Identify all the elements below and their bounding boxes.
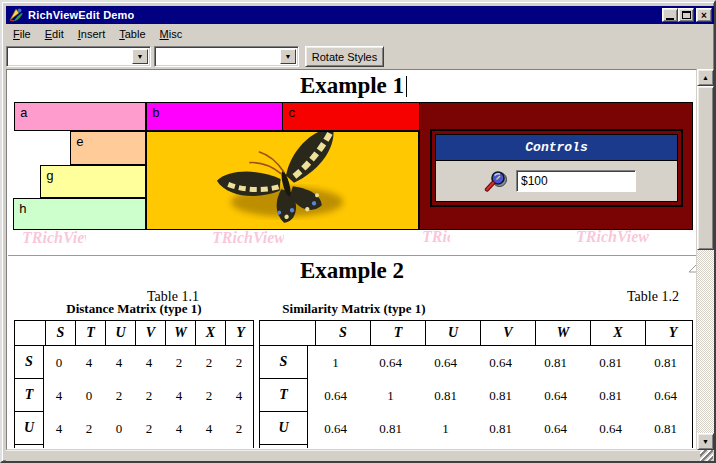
table-cell-c[interactable]: c <box>282 102 420 131</box>
col-header: S <box>315 321 370 345</box>
page-divider <box>8 255 696 257</box>
menu-insert[interactable]: Insert <box>71 26 113 42</box>
watermark-fragment: TRichView <box>576 228 656 245</box>
cell: 1 <box>418 412 473 445</box>
cell: 0.64 <box>308 379 363 412</box>
combo-dropdown-button[interactable]: ▼ <box>280 49 296 64</box>
editor-canvas[interactable]: Example 1 TRichView TRichView TRichView … <box>8 71 696 448</box>
distance-matrix-table[interactable]: S T U V W X Y S 0 4 4 4 2 2 2 <box>14 320 254 448</box>
cell: 2 <box>134 412 164 445</box>
cell: 0.64 <box>308 412 363 445</box>
cell: 0.81 <box>583 346 638 379</box>
amount-input[interactable] <box>516 170 636 192</box>
scroll-up-button[interactable]: ▲ <box>697 69 714 86</box>
cell: 4 <box>104 346 134 379</box>
cell: 0.64 <box>363 346 418 379</box>
cell: 4 <box>44 412 74 445</box>
table-caption-1-2: Table 1.2 <box>608 289 696 305</box>
cell: 4 <box>164 379 194 412</box>
text-style-combobox-value[interactable] <box>9 49 131 64</box>
editor-content-area[interactable]: Example 1 TRichView TRichView TRichView … <box>6 69 697 450</box>
cell: 0.81 <box>638 412 693 445</box>
window-title: RichViewEdit Demo <box>28 9 135 21</box>
cell: 2 <box>224 412 254 445</box>
menu-file[interactable]: File <box>6 26 38 42</box>
resize-grip-icon[interactable] <box>700 450 713 461</box>
cell: 0.64 <box>473 346 528 379</box>
controls-group-box: Controls <box>430 129 683 207</box>
maximize-button[interactable] <box>678 8 694 22</box>
col-header: U <box>105 321 135 345</box>
table-row: S 0 4 4 4 2 2 2 <box>15 346 253 379</box>
close-button[interactable]: × <box>696 8 712 22</box>
cell: 0.81 <box>363 412 418 445</box>
table-row: T 0.64 1 0.81 0.81 0.64 0.81 0.64 <box>260 379 692 412</box>
cell: 0.64 <box>638 379 693 412</box>
table-cell-e[interactable]: e <box>70 131 146 165</box>
table-row: U 4 2 0 2 4 4 2 <box>15 412 253 445</box>
maximize-icon <box>682 11 691 19</box>
cell: 2 <box>74 412 104 445</box>
menu-edit[interactable]: Edit <box>38 26 71 42</box>
paragraph-style-combobox-value[interactable] <box>157 49 279 64</box>
scroll-down-icon: ▼ <box>702 438 709 445</box>
table-cell-h[interactable]: h <box>13 198 146 230</box>
watermark-fragment: TRichView <box>422 228 450 244</box>
menu-misc[interactable]: Misc <box>153 26 190 42</box>
row-header: U <box>15 412 44 445</box>
cell: 0 <box>104 412 134 445</box>
row-header: U <box>260 412 308 445</box>
cell: 2 <box>224 346 254 379</box>
window-controls: × <box>662 8 712 22</box>
col-header: T <box>370 321 425 345</box>
cell: 2 <box>164 346 194 379</box>
col-header: X <box>590 321 645 345</box>
table-cell-b[interactable]: b <box>146 102 283 131</box>
rotate-styles-button[interactable]: Rotate Styles <box>305 46 384 67</box>
cell: 0.81 <box>638 346 693 379</box>
col-header: W <box>165 321 195 345</box>
cell: 1 <box>308 346 363 379</box>
scroll-down-button[interactable]: ▼ <box>697 433 714 450</box>
app-icon <box>8 7 24 23</box>
cell: 4 <box>74 346 104 379</box>
controls-host-cell[interactable]: Controls <box>419 102 693 230</box>
title-bar[interactable]: RichViewEdit Demo × <box>6 6 714 24</box>
text-caret <box>406 76 407 97</box>
col-header: S <box>45 321 75 345</box>
similarity-matrix-table[interactable]: S T U V W X Y S 1 0.64 0.64 0.64 0.81 0.… <box>259 320 693 448</box>
col-header: V <box>480 321 535 345</box>
corner-cell <box>260 321 315 345</box>
scrollbar-thumb[interactable] <box>697 86 714 250</box>
table-row-clipped <box>260 445 692 448</box>
cell: 0.64 <box>528 379 583 412</box>
text-style-combobox[interactable]: ▼ <box>6 46 151 67</box>
cell: 2 <box>194 379 224 412</box>
table-row-clipped <box>15 445 253 448</box>
cell: 0.81 <box>473 379 528 412</box>
table-header-row: S T U V W X Y <box>260 321 692 346</box>
butterfly-image <box>147 132 418 229</box>
vertical-scrollbar[interactable]: ▲ ▼ <box>697 69 714 450</box>
table-cell-g[interactable]: g <box>40 165 146 198</box>
table-cell-a[interactable]: a <box>14 102 146 131</box>
minimize-button[interactable] <box>662 8 678 22</box>
col-header: U <box>425 321 480 345</box>
cell: 0 <box>74 379 104 412</box>
row-header: S <box>15 346 44 379</box>
col-header: V <box>135 321 165 345</box>
combo-dropdown-button[interactable]: ▼ <box>132 49 148 64</box>
example1-heading: Example 1 <box>8 73 696 99</box>
cell: 4 <box>194 412 224 445</box>
menu-table[interactable]: Table <box>112 26 152 42</box>
cell: 0.64 <box>528 412 583 445</box>
cell: 4 <box>134 346 164 379</box>
col-header: X <box>195 321 225 345</box>
cell: 2 <box>194 346 224 379</box>
cell: 4 <box>224 379 254 412</box>
row-header: S <box>260 346 308 379</box>
butterfly-image-cell[interactable] <box>146 131 419 230</box>
chevron-down-icon: ▼ <box>285 53 292 60</box>
paragraph-style-combobox[interactable]: ▼ <box>154 46 299 67</box>
table-row: T 4 0 2 2 4 2 4 <box>15 379 253 412</box>
